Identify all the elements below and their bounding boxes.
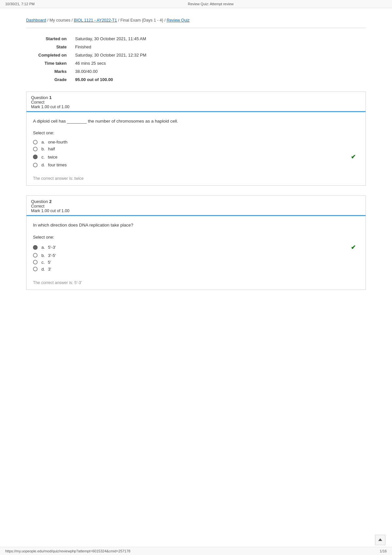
option-text-2-1: 3'-5' — [48, 253, 56, 258]
questions-container: Question 1 Correct Mark 1.00 cut of 1.00… — [26, 92, 366, 290]
option-text-1-1: half — [48, 146, 55, 151]
option-letter-2-2: c. — [41, 260, 45, 265]
radio-circle-2-0[interactable] — [33, 245, 38, 250]
state-value: Finished — [72, 43, 366, 51]
summary-started-on-row: Started on Saturday, 30 October 2021, 11… — [26, 35, 366, 43]
option-item-1-2: c. twice✔ — [33, 152, 359, 161]
summary-marks-row: Marks 38.00/40.00 — [26, 67, 366, 76]
completed-on-value: Saturday, 30 October 2021, 12:32 PM — [72, 51, 366, 59]
select-one-label-1: Select one: — [33, 130, 359, 135]
summary-completed-on-row: Completed on Saturday, 30 October 2021, … — [26, 51, 366, 59]
started-on-label: Started on — [26, 35, 72, 43]
state-label: State — [26, 43, 72, 51]
select-one-label-2: Select one: — [33, 235, 359, 240]
completed-on-label: Completed on — [26, 51, 72, 59]
browser-title: Review Quiz: Attempt review — [188, 2, 234, 6]
time-taken-value: 46 mins 25 secs — [72, 59, 366, 67]
breadcrumb-review[interactable]: Review Quiz — [167, 18, 189, 23]
option-item-2-3: d. 3' — [33, 266, 359, 273]
check-mark-1: ✔ — [351, 153, 359, 160]
summary-grade-row: Grade 95.00 out of 100.00 — [26, 76, 366, 84]
radio-circle-1-3[interactable] — [33, 163, 38, 167]
option-item-1-0: a. one-fourth — [33, 139, 359, 145]
question-body-1: A diploid cell has ________ the number o… — [26, 111, 366, 185]
main-content: Dashboard / My courses / BIOL 1121 - AY2… — [16, 8, 376, 326]
summary-table: Started on Saturday, 30 October 2021, 11… — [26, 35, 366, 84]
option-letter-2-1: b. — [41, 253, 45, 258]
option-letter-1-2: c. — [41, 155, 45, 160]
question-body-2: In which direction does DNA replication … — [26, 215, 366, 289]
radio-circle-2-3[interactable] — [33, 267, 38, 271]
radio-circle-2-1[interactable] — [33, 253, 38, 258]
question-status-2: Correct — [31, 204, 361, 209]
option-item-2-1: b. 3'-5' — [33, 252, 359, 259]
option-text-1-3: four times — [48, 162, 67, 167]
option-letter-2-3: d. — [41, 267, 45, 272]
browser-top-bar: 10/30/21, 7:12 PM Review Quiz: Attempt r… — [0, 0, 392, 8]
option-letter-1-3: d. — [41, 162, 45, 167]
marks-value: 38.00/40.00 — [72, 67, 366, 76]
option-text-2-3: 3' — [48, 267, 51, 272]
question-block-2: Question 2 Correct Mark 1.00 cut of 1.00… — [26, 195, 366, 290]
breadcrumb-dashboard[interactable]: Dashboard — [26, 18, 46, 23]
option-letter-2-0: a. — [41, 245, 45, 250]
radio-circle-1-2[interactable] — [33, 155, 38, 159]
option-text-1-2: twice — [48, 155, 57, 160]
summary-time-taken-row: Time taken 46 mins 25 secs — [26, 59, 366, 67]
option-letter-1-1: b. — [41, 146, 45, 151]
question-text-2: In which direction does DNA replication … — [33, 222, 359, 228]
option-text-2-2: 5' — [48, 260, 51, 265]
marks-label: Marks — [26, 67, 72, 76]
option-list-2: a. 5'-3'✔ b. 3'-5' c. 5' d. 3' — [33, 243, 359, 273]
question-block-1: Question 1 Correct Mark 1.00 cut of 1.00… — [26, 92, 366, 186]
radio-circle-2-2[interactable] — [33, 260, 38, 264]
breadcrumb-exam: Final Exam {Days 1 - 4} — [120, 18, 163, 23]
question-header-2: Question 2 Correct Mark 1.00 cut of 1.00 — [26, 196, 366, 215]
option-item-1-3: d. four times — [33, 161, 359, 168]
option-letter-1-0: a. — [41, 140, 45, 144]
breadcrumb-course[interactable]: BIOL 1121 - AY2022-T1 — [74, 18, 117, 23]
started-on-value: Saturday, 30 October 2021, 11:45 AM — [72, 35, 366, 43]
question-mark-2: Mark 1.00 cut of 1.00 — [31, 209, 361, 213]
option-list-1: a. one-fourth b. half c. twice✔ d. four … — [33, 139, 359, 168]
option-item-2-2: c. 5' — [33, 259, 359, 266]
grade-label: Grade — [26, 76, 72, 84]
correct-answer-1: The correct answer is: twice — [33, 174, 359, 181]
question-header-1: Question 1 Correct Mark 1.00 cut of 1.00 — [26, 92, 366, 111]
check-mark-2: ✔ — [351, 244, 359, 251]
question-label-2: Question 2 — [31, 199, 361, 204]
question-label-1: Question 1 — [31, 95, 361, 100]
question-mark-1: Mark 1.00 cut of 1.00 — [31, 105, 361, 109]
question-text-1: A diploid cell has ________ the number o… — [33, 118, 359, 125]
question-status-1: Correct — [31, 100, 361, 105]
correct-answer-2: The correct answer is: 5'-3' — [33, 278, 359, 285]
summary-state-row: State Finished — [26, 43, 366, 51]
breadcrumb: Dashboard / My courses / BIOL 1121 - AY2… — [26, 15, 366, 28]
grade-value: 95.00 out of 100.00 — [72, 76, 366, 84]
option-text-1-0: one-fourth — [48, 140, 67, 144]
time-taken-label: Time taken — [26, 59, 72, 67]
radio-circle-1-1[interactable] — [33, 147, 38, 151]
option-text-2-0: 5'-3' — [48, 245, 56, 250]
browser-datetime: 10/30/21, 7:12 PM — [5, 2, 35, 6]
radio-circle-1-0[interactable] — [33, 140, 38, 144]
option-item-2-0: a. 5'-3'✔ — [33, 243, 359, 252]
option-item-1-1: b. half — [33, 145, 359, 152]
